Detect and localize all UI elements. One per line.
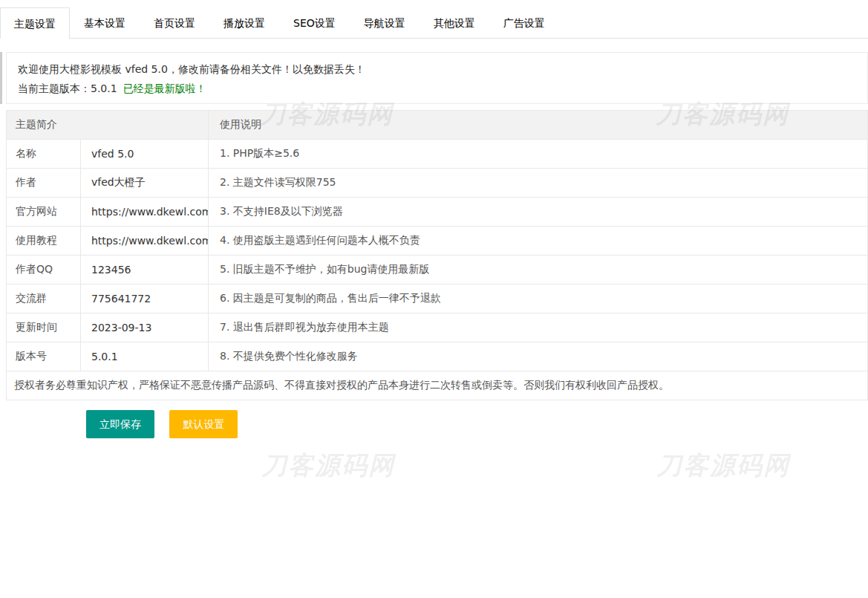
row-value: 123456 xyxy=(81,256,209,285)
tab-theme-settings[interactable]: 主题设置 xyxy=(0,7,70,39)
row-value: vfed 5.0 xyxy=(81,140,209,169)
usage-note: 2. 主题文件读写权限755 xyxy=(209,169,868,198)
table-row: 使用教程 https://www.dkewl.com 4. 使用盗版主题遇到任何… xyxy=(7,227,868,256)
usage-note: 8. 不提供免费个性化修改服务 xyxy=(209,342,868,371)
welcome-notice: 欢迎使用大橙影视模板 vfed 5.0，修改前请备份相关文件！以免数据丢失！ 当… xyxy=(6,52,868,104)
row-label: 名称 xyxy=(7,140,81,169)
row-label: 交流群 xyxy=(7,285,81,313)
tab-list: 主题设置 基本设置 首页设置 播放设置 SEO设置 导航设置 其他设置 广告设置 xyxy=(0,7,868,39)
notice-line-1: 欢迎使用大橙影视模板 vfed 5.0，修改前请备份相关文件！以免数据丢失！ xyxy=(18,59,856,79)
row-value: 775641772 xyxy=(81,285,209,313)
save-button[interactable]: 立即保存 xyxy=(86,410,154,438)
table-row: 交流群 775641772 6. 因主题是可复制的商品，售出后一律不予退款 xyxy=(7,285,868,313)
column-header-theme-intro: 主题简介 xyxy=(7,111,209,140)
action-button-row: 立即保存 默认设置 xyxy=(86,410,868,438)
table-row: 更新时间 2023-09-13 7. 退出售后群即视为放弃使用本主题 xyxy=(7,313,868,342)
tab-basic-settings[interactable]: 基本设置 xyxy=(70,7,140,39)
license-warning-text: 授权者务必尊重知识产权，严格保证不恶意传播产品源码、不得直接对授权的产品本身进行… xyxy=(7,371,868,400)
tab-homepage-settings[interactable]: 首页设置 xyxy=(140,7,209,39)
notice-line-2: 当前主题版本：5.0.1已经是最新版啦！ xyxy=(18,79,856,98)
row-label: 更新时间 xyxy=(7,313,81,342)
table-row: 官方网站 https://www.dkewl.com 3. 不支持IE8及以下浏… xyxy=(7,198,868,227)
table-footer-row: 授权者务必尊重知识产权，严格保证不恶意传播产品源码、不得直接对授权的产品本身进行… xyxy=(7,371,868,400)
row-label: 官方网站 xyxy=(7,198,81,227)
row-value-tutorial-link: https://www.dkewl.com xyxy=(81,227,209,256)
usage-note: 6. 因主题是可复制的商品，售出后一律不予退款 xyxy=(209,285,868,313)
usage-note: 4. 使用盗版主题遇到任何问题本人概不负责 xyxy=(209,227,868,256)
tab-seo-settings[interactable]: SEO设置 xyxy=(279,7,350,39)
tab-bar-divider xyxy=(0,38,868,39)
tab-nav-settings[interactable]: 导航设置 xyxy=(350,7,420,39)
row-value: 2023-09-13 xyxy=(81,313,209,342)
settings-tab-bar: 主题设置 基本设置 首页设置 播放设置 SEO设置 导航设置 其他设置 广告设置 xyxy=(0,0,868,39)
table-row: 作者QQ 123456 5. 旧版主题不予维护，如有bug请使用最新版 xyxy=(7,256,868,285)
tab-ad-settings[interactable]: 广告设置 xyxy=(489,7,559,39)
column-header-usage-notes: 使用说明 xyxy=(209,111,868,140)
table-row: 作者 vfed大橙子 2. 主题文件读写权限755 xyxy=(7,169,868,198)
watermark-text: 刀客源码网 xyxy=(656,449,790,483)
tab-other-settings[interactable]: 其他设置 xyxy=(420,7,489,39)
table-row: 版本号 5.0.1 8. 不提供免费个性化修改服务 xyxy=(7,342,868,371)
row-label: 使用教程 xyxy=(7,227,81,256)
row-value: 5.0.1 xyxy=(81,342,209,371)
notice-left-accent xyxy=(0,52,2,104)
usage-note: 5. 旧版主题不予维护，如有bug请使用最新版 xyxy=(209,256,868,285)
row-label: 作者 xyxy=(7,169,81,198)
tab-playback-settings[interactable]: 播放设置 xyxy=(209,7,279,39)
table-row: 名称 vfed 5.0 1. PHP版本≥5.6 xyxy=(7,140,868,169)
default-settings-button[interactable]: 默认设置 xyxy=(169,410,238,438)
row-value: vfed大橙子 xyxy=(81,169,209,198)
watermark-text: 刀客源码网 xyxy=(261,449,395,483)
row-label: 版本号 xyxy=(7,342,81,371)
table-header-row: 主题简介 使用说明 xyxy=(7,111,868,140)
usage-note: 1. PHP版本≥5.6 xyxy=(209,140,868,169)
theme-info-table: 主题简介 使用说明 名称 vfed 5.0 1. PHP版本≥5.6 作者 vf… xyxy=(6,110,868,400)
usage-note: 3. 不支持IE8及以下浏览器 xyxy=(209,198,868,227)
current-version-value: 5.0.1 xyxy=(91,82,117,94)
row-label: 作者QQ xyxy=(7,256,81,285)
current-version-label: 当前主题版本： xyxy=(18,82,91,94)
usage-note: 7. 退出售后群即视为放弃使用本主题 xyxy=(209,313,868,342)
row-value-official-site-link: https://www.dkewl.com xyxy=(81,198,209,227)
latest-version-badge: 已经是最新版啦！ xyxy=(123,82,206,94)
